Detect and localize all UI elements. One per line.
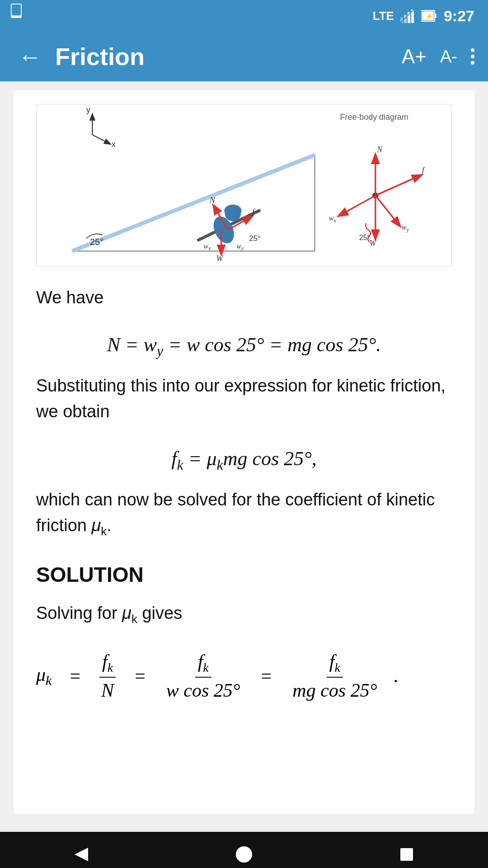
formula-normal-force: N = wy = w cos 25° = mg cos 25°. xyxy=(36,333,452,359)
font-decrease-button[interactable]: A- xyxy=(440,47,457,66)
home-nav-button[interactable] xyxy=(226,836,262,868)
svg-text:⚡: ⚡ xyxy=(425,13,433,20)
svg-text:wx: wx xyxy=(329,214,336,223)
formula-kinetic-friction: fk = μkmg cos 25°, xyxy=(36,447,452,473)
svg-line-13 xyxy=(72,155,315,251)
font-increase-button[interactable]: A+ xyxy=(402,45,427,68)
paragraph-substituting: Substituting this into our expression fo… xyxy=(36,373,452,425)
svg-text:W: W xyxy=(369,239,377,248)
solution-heading: SOLUTION xyxy=(36,562,452,587)
svg-rect-47 xyxy=(400,848,413,861)
formula-mu-solution: μk = fk N = fk w cos 25° = fk mg cos 25°… xyxy=(36,651,452,701)
svg-text:N: N xyxy=(209,196,216,205)
back-nav-button[interactable] xyxy=(63,836,99,868)
recent-nav-button[interactable] xyxy=(389,836,425,868)
status-time: 9:27 xyxy=(444,7,474,25)
paragraph-coefficient: which can now be solved for the coeffici… xyxy=(36,487,452,540)
status-bar: LTE ⚡ 9:27 xyxy=(0,0,488,32)
svg-rect-9 xyxy=(435,14,436,18)
content-area: 25° y x N xyxy=(0,81,488,832)
content-card: 25° y x N xyxy=(14,90,474,814)
svg-text:x: x xyxy=(112,140,116,149)
signal-icon xyxy=(400,9,415,23)
more-options-button[interactable] xyxy=(471,45,474,68)
svg-rect-1 xyxy=(12,5,21,15)
back-button[interactable]: ← xyxy=(14,39,46,75)
svg-line-16 xyxy=(92,135,110,144)
toolbar-actions: A+ A- xyxy=(402,45,474,68)
status-icons: LTE ⚡ 9:27 xyxy=(373,7,474,25)
svg-text:25°: 25° xyxy=(359,234,370,241)
svg-text:25°: 25° xyxy=(249,234,260,243)
paragraph-we-have: We have xyxy=(36,285,452,311)
page-title: Friction xyxy=(55,42,393,71)
navigation-bar xyxy=(0,832,488,868)
app-toolbar: ← Friction A+ A- xyxy=(0,32,488,81)
svg-line-36 xyxy=(375,175,421,196)
svg-text:N: N xyxy=(376,145,383,154)
svg-text:f: f xyxy=(422,166,426,175)
solving-text: Solving for μk gives xyxy=(36,600,452,628)
svg-text:wy: wy xyxy=(236,242,244,251)
svg-text:W: W xyxy=(216,254,224,263)
svg-point-46 xyxy=(236,846,252,863)
svg-text:wy: wy xyxy=(402,223,409,232)
svg-point-22 xyxy=(224,205,241,217)
battery-icon: ⚡ xyxy=(421,9,437,23)
svg-text:wx: wx xyxy=(204,242,211,251)
svg-marker-45 xyxy=(75,848,88,861)
svg-text:25°: 25° xyxy=(90,237,103,247)
svg-line-40 xyxy=(339,195,375,216)
svg-text:y: y xyxy=(86,105,90,114)
svg-text:Free-body diagram: Free-body diagram xyxy=(340,113,408,122)
svg-line-42 xyxy=(375,195,400,226)
svg-rect-2 xyxy=(14,16,19,18)
lte-icon: LTE xyxy=(373,9,394,23)
physics-diagram: 25° y x N xyxy=(36,104,452,267)
